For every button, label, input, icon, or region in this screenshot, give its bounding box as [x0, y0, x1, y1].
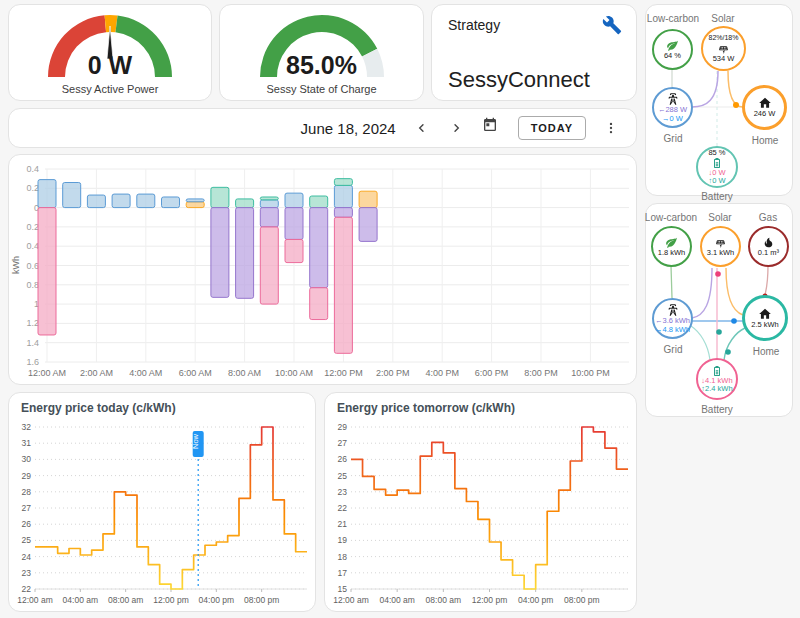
svg-text:19: 19	[338, 535, 348, 545]
flow-dot-battery-home-2	[716, 329, 722, 335]
price-tomorrow-card: Energy price tomorrow (c/kWh) 2927262523…	[324, 392, 637, 612]
low-carbon-value: 1.8 kWh	[658, 249, 686, 257]
svg-text:17: 17	[338, 568, 348, 578]
svg-text:0.4: 0.4	[26, 241, 39, 251]
chevron-right-icon	[450, 121, 464, 135]
svg-text:29: 29	[22, 471, 32, 481]
svg-text:0.2: 0.2	[26, 183, 39, 193]
svg-text:10:00 AM: 10:00 AM	[275, 368, 313, 378]
home-node[interactable]: 246 W	[742, 85, 787, 130]
next-day-button[interactable]	[446, 117, 468, 139]
battery-icon	[711, 365, 723, 377]
gauge-value: 0 W	[44, 51, 176, 80]
svg-text:1.6: 1.6	[26, 357, 39, 367]
svg-text:04:00 pm: 04:00 pm	[199, 595, 234, 605]
flame-icon	[762, 236, 775, 249]
grid-return-value: →4.8 kWh	[655, 326, 690, 334]
svg-text:22: 22	[338, 503, 348, 513]
today-button[interactable]: TODAY	[518, 116, 586, 140]
flow-dot-battery-home	[725, 349, 731, 355]
svg-text:26: 26	[22, 519, 32, 529]
flow-dot-solar-home	[733, 102, 739, 108]
solar-node[interactable]: 82%/18% 534 W	[701, 26, 746, 71]
solar-split-value: 82%/18%	[709, 34, 739, 42]
svg-text:0.6: 0.6	[26, 261, 39, 271]
energy-usage-chart-card: 0.40.200.20.40.60.811.21.41.612:00 AM2:0…	[8, 154, 637, 385]
svg-text:22: 22	[22, 584, 32, 594]
strategy-card: Strategy SessyConnect	[431, 4, 637, 101]
svg-text:12:00 am: 12:00 am	[333, 595, 368, 605]
energy-distribution-card: Low-carbon Solar Gas 1.8 kWh 3.1 kWh 0.1…	[645, 203, 793, 417]
battery-soc-value: 85 %	[708, 149, 725, 157]
battery-node[interactable]: ↓4.1 kWh ↑2.4 kWh	[696, 358, 738, 400]
svg-text:27: 27	[22, 503, 32, 513]
svg-text:31: 31	[22, 438, 32, 448]
svg-text:8:00 PM: 8:00 PM	[524, 368, 558, 378]
svg-text:kWh: kWh	[11, 256, 21, 274]
flow-dot-grid-home	[731, 318, 737, 324]
svg-text:24: 24	[22, 552, 32, 562]
svg-text:08:00 pm: 08:00 pm	[564, 595, 599, 605]
pipe-wrench-icon[interactable]	[602, 15, 622, 35]
svg-text:32: 32	[22, 422, 32, 432]
svg-text:0.8: 0.8	[26, 280, 39, 290]
gauge-label: Sessy Active Power	[62, 83, 159, 95]
svg-text:0.4: 0.4	[26, 164, 39, 174]
svg-text:08:00 am: 08:00 am	[426, 595, 461, 605]
kebab-menu-icon	[604, 120, 618, 136]
price-tomorrow-chart: 292726252322211918171512:00 am04:00 am08…	[325, 411, 636, 611]
home-icon	[758, 96, 772, 110]
strategy-title: Strategy	[448, 17, 500, 33]
gas-value: 0.1 m³	[758, 249, 779, 257]
battery-discharge-value: ↑2.4 kWh	[701, 385, 732, 393]
svg-text:25: 25	[338, 471, 348, 481]
svg-text:12:00 pm: 12:00 pm	[472, 595, 507, 605]
svg-text:6:00 AM: 6:00 AM	[179, 368, 212, 378]
grid-node[interactable]: ←288 W →0 W	[652, 87, 693, 128]
price-today-card: Energy price today (c/kWh) 3231302928272…	[8, 392, 316, 612]
svg-text:08:00 pm: 08:00 pm	[244, 595, 279, 605]
svg-text:26: 26	[338, 454, 348, 464]
low-carbon-node[interactable]: 1.8 kWh	[651, 226, 692, 267]
leaf-icon	[665, 236, 678, 249]
svg-text:04:00 pm: 04:00 pm	[518, 595, 553, 605]
low-carbon-node[interactable]: 64 %	[652, 29, 693, 70]
solar-value: 534 W	[713, 55, 735, 63]
gauge-card-state-of-charge: 85.0% Sessy State of Charge	[219, 4, 424, 101]
power-distribution-card: Low-carbon Solar 64 % 82%/18% 534 W ←288…	[645, 4, 793, 196]
gas-node[interactable]: 0.1 m³	[748, 226, 789, 267]
svg-text:8:00 AM: 8:00 AM	[228, 368, 261, 378]
svg-text:04:00 am: 04:00 am	[63, 595, 98, 605]
svg-text:28: 28	[22, 487, 32, 497]
svg-text:21: 21	[338, 519, 348, 529]
gauge-value: 85.0%	[256, 51, 388, 80]
gauge-card-active-power: 0 W Sessy Active Power	[8, 4, 212, 101]
transmission-tower-icon	[666, 92, 680, 106]
svg-text:12:00 AM: 12:00 AM	[28, 368, 66, 378]
home-node[interactable]: 2.5 kWh	[742, 295, 788, 341]
svg-text:Now: Now	[191, 433, 200, 449]
price-today-chart: 323130292827262524232212:00 am04:00 am08…	[9, 411, 315, 611]
strategy-value: SessyConnect	[448, 67, 590, 93]
svg-text:1.4: 1.4	[26, 338, 39, 348]
date-navigation-bar: June 18, 2024 TODAY	[8, 108, 637, 148]
svg-text:4:00 PM: 4:00 PM	[425, 368, 459, 378]
solar-value: 3.1 kWh	[707, 249, 735, 257]
solar-panel-icon	[717, 42, 730, 55]
more-options-button[interactable]	[600, 117, 622, 139]
grid-return-value: →0 W	[662, 115, 683, 123]
current-date: June 18, 2024	[301, 120, 396, 137]
battery-node[interactable]: 85 % ↓0 W ↑0 W	[696, 146, 738, 188]
previous-day-button[interactable]	[410, 117, 432, 139]
grid-node[interactable]: ←3.6 kWh →4.8 kWh	[652, 298, 693, 339]
leaf-icon	[666, 39, 679, 52]
svg-text:23: 23	[338, 487, 348, 497]
svg-text:12:00 pm: 12:00 pm	[153, 595, 188, 605]
svg-text:15: 15	[338, 584, 348, 594]
svg-text:6:00 PM: 6:00 PM	[475, 368, 509, 378]
svg-text:1.2: 1.2	[26, 318, 39, 328]
solar-panel-icon	[714, 236, 727, 249]
solar-node[interactable]: 3.1 kWh	[700, 226, 741, 267]
calendar-icon[interactable]	[482, 117, 504, 139]
svg-text:12:00 PM: 12:00 PM	[324, 368, 363, 378]
